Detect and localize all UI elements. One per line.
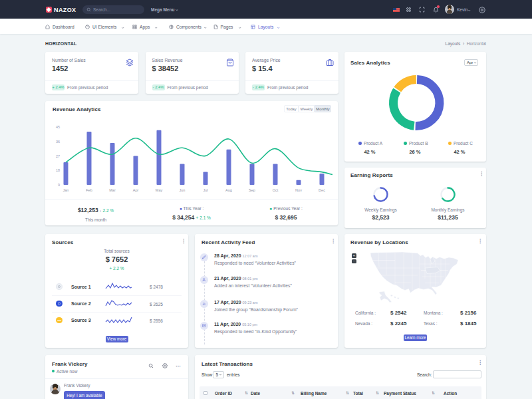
svg-text:Feb: Feb <box>86 188 92 192</box>
svg-text:Oct: Oct <box>273 188 279 192</box>
svg-text:Apr: Apr <box>133 188 139 192</box>
svg-text:18: 18 <box>56 168 60 172</box>
svg-text:Sep: Sep <box>249 188 255 192</box>
svg-text:Aug: Aug <box>225 188 232 192</box>
svg-text:Mar: Mar <box>109 188 116 192</box>
svg-text:Jul: Jul <box>203 188 207 192</box>
svg-text:45: 45 <box>56 125 60 129</box>
svg-text:9: 9 <box>58 183 60 187</box>
svg-text:Jun: Jun <box>180 188 186 192</box>
svg-text:Dec: Dec <box>319 188 325 192</box>
svg-text:27: 27 <box>56 154 60 158</box>
svg-text:Jan: Jan <box>63 188 69 192</box>
svg-text:May: May <box>156 188 163 192</box>
svg-text:36: 36 <box>56 140 60 144</box>
svg-text:Nov: Nov <box>295 188 302 192</box>
